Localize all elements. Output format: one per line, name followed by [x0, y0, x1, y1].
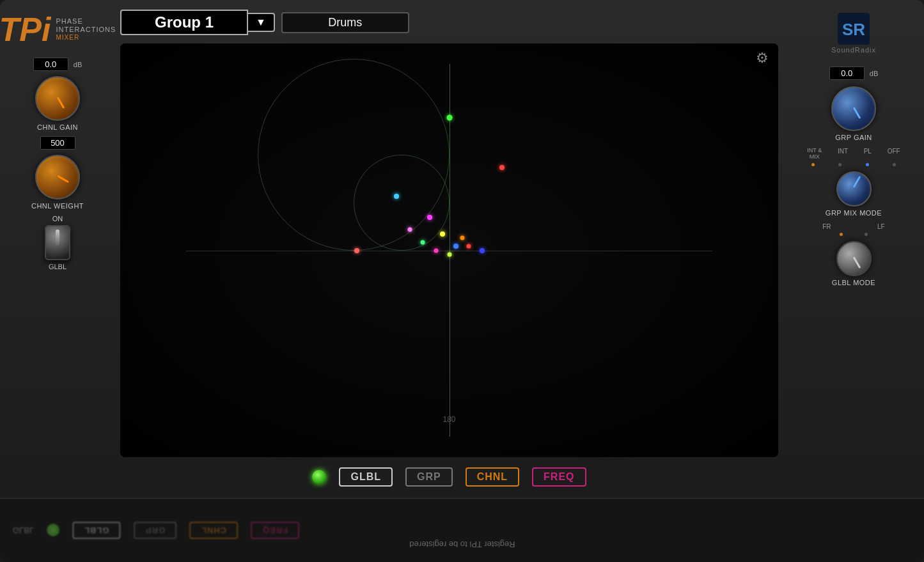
- reflection-freq-btn: FREQ: [251, 522, 299, 539]
- grp-gain-display[interactable]: 0.0: [829, 66, 865, 80]
- dropdown-arrow[interactable]: ▼: [248, 13, 275, 32]
- glbl-button[interactable]: GLBL: [339, 467, 393, 487]
- left-panel: TPi PHASE INTERACTIONS MIXER 0.0 dB CHNL…: [6, 6, 109, 492]
- status-dot-green: [312, 470, 326, 484]
- toggle-switch[interactable]: [45, 225, 70, 260]
- bottom-panel: GLBL GLBL GRP CHNL FREQ Register TPi to …: [0, 498, 924, 562]
- toggle-container: ON GLBL: [45, 215, 70, 270]
- grp-gain-knob-container: GRP GAIN: [831, 86, 876, 141]
- glbl-mode-indicator: [853, 257, 861, 269]
- mix-mode-label-off: OFF: [888, 148, 900, 160]
- chnl-weight-value-row: 500: [40, 136, 75, 150]
- chnl-gain-unit: dB: [74, 61, 82, 68]
- glbl-mode-labels-row: FR LF: [799, 223, 908, 230]
- glbl-mode-label: GLBL MODE: [832, 279, 875, 286]
- phase-dot-8[interactable]: [453, 244, 458, 249]
- phase-dot-3[interactable]: [427, 215, 432, 220]
- grp-mix-mode-container: INT &MIX INT PL OFF GRP MIX MODE: [790, 148, 918, 217]
- chnl-gain-knob[interactable]: [35, 76, 80, 121]
- sr-logo: SR SoundRadix: [831, 13, 876, 54]
- reflection-glbl-btn: GLBL: [72, 522, 120, 539]
- phase-dot-6[interactable]: [460, 236, 465, 240]
- mix-mode-dot-intmix: [811, 163, 815, 166]
- mix-mode-dots-row: [799, 163, 908, 166]
- grp-mix-mode-label: GRP MIX MODE: [826, 209, 882, 217]
- glbl-mode-label-fr: FR: [822, 223, 831, 230]
- mix-mode-dot-off: [893, 163, 896, 166]
- glbl-mode-dots-row: [799, 233, 908, 236]
- grp-button[interactable]: GRP: [405, 467, 453, 487]
- grp-gain-value-row: 0.0 dB: [829, 66, 878, 80]
- mix-mode-labels-row: INT &MIX INT PL OFF: [799, 148, 908, 160]
- chnl-weight-knob-container: CHNL WEIGHT: [31, 155, 84, 210]
- plugin-container: TPi PHASE INTERACTIONS MIXER 0.0 dB CHNL…: [0, 0, 924, 562]
- right-panel: SR SoundRadix 0.0 dB GRP GAIN: [790, 6, 918, 492]
- top-bar: Group 1 ▼ Drums: [114, 6, 785, 38]
- glbl-mode-dot-fr: [840, 233, 843, 236]
- glbl-mode-knob[interactable]: [836, 241, 872, 276]
- toggle-glbl-label: GLBL: [49, 263, 67, 270]
- chnl-gain-display[interactable]: 0.0: [33, 58, 68, 71]
- sr-logo-svg: SR: [838, 13, 870, 45]
- glbl-mode-label-lf: LF: [877, 223, 885, 230]
- chnl-gain-label: CHNL GAIN: [37, 123, 78, 131]
- phase-display: ⚙ 180: [120, 43, 778, 457]
- group-description[interactable]: Drums: [281, 12, 409, 33]
- chnl-gain-knob-container: CHNL GAIN: [35, 76, 80, 131]
- circle-outer-small: [354, 155, 450, 251]
- mix-mode-label-int: INT: [838, 148, 848, 160]
- toggle-on-label: ON: [52, 215, 63, 222]
- phase-dot-12[interactable]: [354, 248, 359, 253]
- phase-dot-1[interactable]: [499, 165, 505, 170]
- label-180: 180: [442, 415, 455, 424]
- phase-dot-13[interactable]: [480, 248, 485, 253]
- grp-gain-knob[interactable]: [831, 86, 876, 131]
- grp-mix-mode-knob[interactable]: [836, 171, 872, 207]
- mix-mode-label-intmix: INT &MIX: [807, 148, 822, 160]
- chnl-weight-label: CHNL WEIGHT: [31, 202, 84, 210]
- logo-text: PHASE INTERACTIONS MIXER: [56, 17, 116, 42]
- logo-area: TPi PHASE INTERACTIONS MIXER: [0, 13, 116, 46]
- mix-mode-dot-pl: [866, 163, 869, 166]
- mix-mode-dot-int: [838, 163, 842, 166]
- registration-notice: Register TPi to be registered: [409, 540, 515, 549]
- grp-mix-mode-indicator: [853, 176, 861, 188]
- reflection-dot: [47, 524, 59, 537]
- glbl-mode-container: FR LF GLBL MODE: [790, 223, 918, 286]
- reflection-glbl-label: GLBL: [13, 526, 34, 535]
- sr-badge-container: SR SoundRadix: [831, 13, 876, 54]
- reflection-chnl-btn: CHNL: [189, 522, 238, 539]
- svg-text:SR: SR: [842, 20, 865, 39]
- phase-dot-0[interactable]: [446, 115, 452, 121]
- chnl-gain-value-row: 0.0 dB: [33, 58, 82, 71]
- glbl-mode-dot-lf: [865, 233, 868, 236]
- group-name[interactable]: Group 1: [120, 10, 248, 35]
- gear-icon[interactable]: ⚙: [756, 50, 769, 66]
- chnl-weight-knob[interactable]: [35, 155, 80, 199]
- phase-dot-4[interactable]: [407, 228, 412, 232]
- grp-gain-unit: dB: [870, 70, 878, 77]
- tpi-logo: TPi: [0, 13, 51, 46]
- grp-gain-label: GRP GAIN: [835, 134, 872, 141]
- phase-dot-11[interactable]: [447, 252, 451, 256]
- grp-gain-indicator: [853, 107, 861, 119]
- phase-dot-10[interactable]: [434, 248, 438, 253]
- phase-display-inner: ⚙ 180: [120, 43, 778, 457]
- reflection-grp-btn: GRP: [134, 522, 176, 539]
- chnl-weight-indicator: [57, 175, 69, 183]
- phase-dot-2[interactable]: [394, 194, 399, 199]
- center-panel: Group 1 ▼ Drums ⚙ 180: [114, 6, 785, 492]
- group-selector: Group 1 ▼: [120, 10, 275, 35]
- phase-dot-5[interactable]: [440, 231, 445, 237]
- chnl-weight-display[interactable]: 500: [40, 136, 75, 150]
- sr-brand-text: SoundRadix: [831, 46, 876, 54]
- chnl-button[interactable]: CHNL: [466, 467, 519, 487]
- phase-dot-9[interactable]: [467, 244, 471, 249]
- mix-mode-label-pl: PL: [864, 148, 872, 160]
- phase-dot-7[interactable]: [421, 240, 425, 244]
- bottom-buttons: GLBL GRP CHNL FREQ: [114, 462, 785, 492]
- main-area: TPi PHASE INTERACTIONS MIXER 0.0 dB CHNL…: [0, 0, 924, 498]
- reflection: GLBL GLBL GRP CHNL FREQ: [13, 522, 299, 539]
- freq-button[interactable]: FREQ: [532, 467, 586, 487]
- chnl-gain-indicator: [57, 97, 65, 109]
